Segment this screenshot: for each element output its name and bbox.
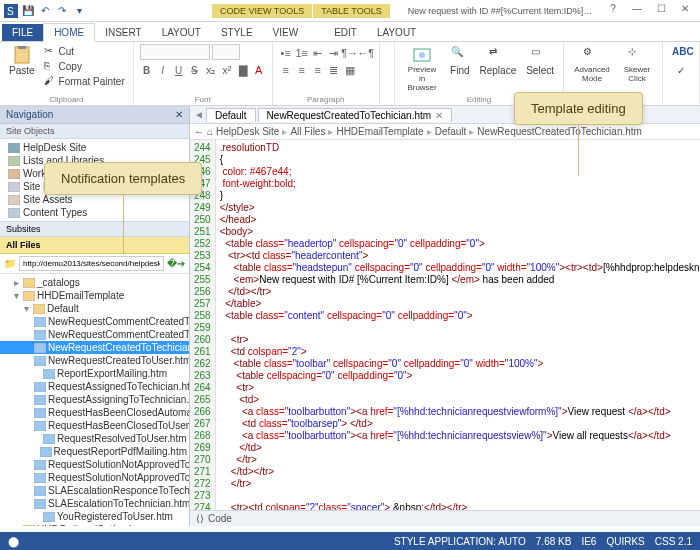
italic-button[interactable]: I bbox=[156, 63, 170, 77]
indent-button[interactable]: ⇥ bbox=[327, 46, 341, 60]
file-tree-item[interactable]: RequestAssignedToTechician.htm bbox=[0, 380, 189, 393]
bullets-button[interactable]: •≡ bbox=[279, 46, 293, 60]
tree-twisty-icon[interactable]: ▸ bbox=[12, 276, 21, 289]
tree-twisty-icon[interactable]: ▾ bbox=[22, 302, 31, 315]
align-center-button[interactable]: ≡ bbox=[295, 63, 309, 77]
subscript-button[interactable]: x₂ bbox=[204, 63, 218, 77]
file-tree-item[interactable]: RequestHasBeenClosedAutomaticallyToUser.… bbox=[0, 406, 189, 419]
find-button[interactable]: 🔍Find bbox=[447, 44, 472, 78]
code-view-icon[interactable]: ⟨⟩ bbox=[196, 513, 204, 524]
crumb[interactable]: NewRequestCreatedToTechician.htm bbox=[477, 126, 642, 137]
file-tree-item[interactable]: ▾HHDEmailTemplate bbox=[0, 289, 189, 302]
tab-layout[interactable]: LAYOUT bbox=[152, 24, 211, 41]
file-tree-item[interactable]: ▾Default bbox=[0, 302, 189, 315]
style-application-status[interactable]: STYLE APPLICATION: AUTO bbox=[394, 536, 526, 547]
file-tree-item[interactable]: RequestReportPdfMailing.htm bbox=[0, 445, 189, 458]
app-icon[interactable]: S bbox=[4, 4, 18, 18]
highlight-button[interactable]: ▇ bbox=[236, 63, 250, 77]
file-tree-item[interactable]: RequestSolutionNotApprovedToUser.htm bbox=[0, 471, 189, 484]
file-tree-item[interactable]: RequestAssigningToTechnician.htm bbox=[0, 393, 189, 406]
skewer-button[interactable]: ⊹Skewer Click bbox=[618, 44, 656, 85]
select-button[interactable]: ▭Select bbox=[523, 44, 557, 78]
file-tree-item[interactable]: NewRequestCommentCreatedToTechnician.htm bbox=[0, 315, 189, 328]
tab-view[interactable]: VIEW bbox=[263, 24, 309, 41]
qat-dropdown-icon[interactable]: ▾ bbox=[72, 4, 86, 18]
format-painter-button[interactable]: 🖌Format Painter bbox=[42, 74, 127, 88]
crumb[interactable]: All Files bbox=[290, 126, 325, 137]
site-url-input[interactable] bbox=[19, 256, 164, 271]
tab-insert[interactable]: INSERT bbox=[95, 24, 152, 41]
code-body[interactable]: .resolutionTD { color: #467e44; font-wei… bbox=[216, 140, 700, 510]
file-tree-item[interactable]: NewRequestCreatedToTechician.htm bbox=[0, 341, 189, 354]
superscript-button[interactable]: x² bbox=[220, 63, 234, 77]
cut-button[interactable]: ✂Cut bbox=[42, 44, 127, 58]
spelling-button[interactable]: ABC✓ bbox=[669, 44, 693, 78]
justify-button[interactable]: ≣ bbox=[327, 63, 341, 77]
copy-button[interactable]: ⎘Copy bbox=[42, 59, 127, 73]
align-right-button[interactable]: ≡ bbox=[311, 63, 325, 77]
tab-nav-back[interactable]: ◄ bbox=[194, 109, 204, 120]
subsites-header[interactable]: Subsites bbox=[0, 221, 189, 237]
redo-icon[interactable]: ↷ bbox=[55, 4, 69, 18]
ie-mode-status[interactable]: IE6 bbox=[581, 536, 596, 547]
file-tree-item[interactable]: SLAEscalationResponceToTechnician.htm bbox=[0, 484, 189, 497]
tab-home[interactable]: HOME bbox=[43, 23, 95, 42]
file-tree-item[interactable]: RequestResolvedToUser.htm bbox=[0, 432, 189, 445]
align-left-button[interactable]: ≡ bbox=[279, 63, 293, 77]
crumb[interactable]: HHDEmailTemplate bbox=[336, 126, 423, 137]
file-tree-item[interactable]: SLAEscalationToTechnician.htm bbox=[0, 497, 189, 510]
file-tree-item[interactable]: RequestSolutionNotApprovedToTechnician.h… bbox=[0, 458, 189, 471]
help-icon[interactable]: ? bbox=[602, 3, 624, 19]
go-icon[interactable]: �➔ bbox=[167, 258, 185, 269]
crumb[interactable]: HelpDesk Site bbox=[216, 126, 279, 137]
all-files-header[interactable]: All Files bbox=[0, 237, 189, 254]
tree-item[interactable]: Content Types bbox=[0, 206, 189, 219]
tab-layout2[interactable]: LAYOUT bbox=[367, 24, 426, 41]
crumb-home-icon[interactable]: ⌂ bbox=[207, 126, 213, 137]
ltr-button[interactable]: ¶→ bbox=[343, 46, 357, 60]
minimize-button[interactable]: — bbox=[626, 3, 648, 19]
css-schema-status[interactable]: CSS 2.1 bbox=[655, 536, 692, 547]
file-tree-item[interactable]: ▸HHDOutbox (Outbox) bbox=[0, 523, 189, 526]
doctype-status[interactable]: QUIRKS bbox=[606, 536, 644, 547]
file-tree-item[interactable]: NewRequestCommentCreatedToUser.htm bbox=[0, 328, 189, 341]
font-size-input[interactable] bbox=[212, 44, 240, 60]
save-icon[interactable]: 💾 bbox=[21, 4, 35, 18]
underline-button[interactable]: U bbox=[172, 63, 186, 77]
font-color-button[interactable]: A bbox=[252, 63, 266, 77]
shading-button[interactable]: ▦ bbox=[343, 63, 357, 77]
context-tab-code[interactable]: CODE VIEW TOOLS bbox=[212, 4, 312, 18]
strike-button[interactable]: S̶ bbox=[188, 63, 202, 77]
doc-tab-default[interactable]: Default bbox=[206, 108, 256, 122]
tab-style[interactable]: STYLE bbox=[211, 24, 263, 41]
paste-button[interactable]: Paste bbox=[6, 44, 38, 78]
replace-button[interactable]: ⇄Replace bbox=[477, 44, 520, 78]
preview-button[interactable]: Preview in Browser bbox=[401, 44, 443, 94]
maximize-button[interactable]: ☐ bbox=[650, 3, 672, 19]
site-objects-header[interactable]: Site Objects bbox=[0, 124, 189, 139]
tree-twisty-icon[interactable]: ▸ bbox=[12, 523, 21, 526]
font-name-input[interactable] bbox=[140, 44, 210, 60]
tree-item[interactable]: HelpDesk Site bbox=[0, 141, 189, 154]
close-button[interactable]: ✕ bbox=[674, 3, 696, 19]
tab-close-icon[interactable]: ✕ bbox=[435, 110, 443, 121]
numbering-button[interactable]: 1≡ bbox=[295, 46, 309, 60]
file-tree-item[interactable]: YouRegisteredToUser.htm bbox=[0, 510, 189, 523]
outdent-button[interactable]: ⇤ bbox=[311, 46, 325, 60]
code-editor[interactable]: 244 245 246 247 248 249 250 251 252 253 … bbox=[190, 140, 700, 510]
nav-close-icon[interactable]: ✕ bbox=[175, 109, 183, 120]
rtl-button[interactable]: ←¶ bbox=[359, 46, 373, 60]
crumb[interactable]: Default bbox=[435, 126, 467, 137]
file-tree-item[interactable]: ReportExportMailing.htm bbox=[0, 367, 189, 380]
tree-twisty-icon[interactable]: ▾ bbox=[12, 289, 21, 302]
doc-tab-active[interactable]: NewRequestCreatedToTechician.htm✕ bbox=[258, 108, 453, 122]
tab-file[interactable]: FILE bbox=[2, 24, 43, 41]
bold-button[interactable]: B bbox=[140, 63, 154, 77]
undo-icon[interactable]: ↶ bbox=[38, 4, 52, 18]
file-tree-item[interactable]: ▸_catalogs bbox=[0, 276, 189, 289]
file-tree-item[interactable]: RequestHasBeenClosedToUser.htm bbox=[0, 419, 189, 432]
advanced-mode-button[interactable]: ⚙Advanced Mode bbox=[570, 44, 614, 85]
file-tree-item[interactable]: NewRequestCreatedToUser.htm bbox=[0, 354, 189, 367]
crumb-back-icon[interactable]: ← bbox=[194, 126, 204, 137]
tab-edit[interactable]: EDIT bbox=[324, 24, 367, 41]
